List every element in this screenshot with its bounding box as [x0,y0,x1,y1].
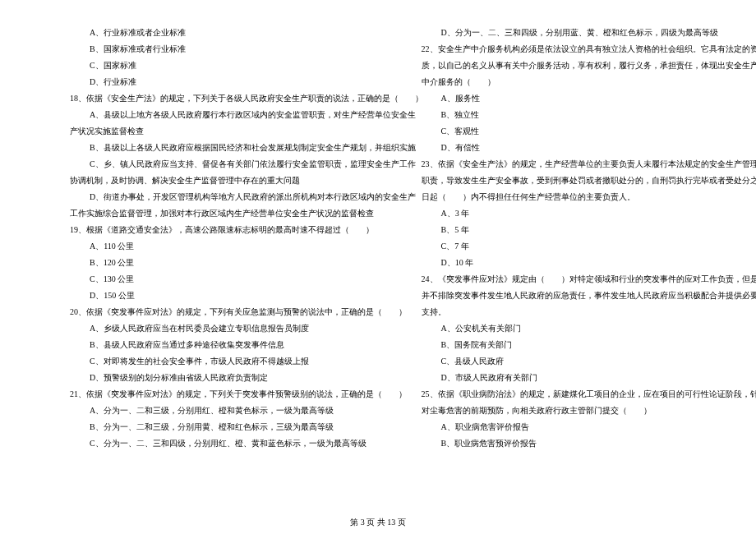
q22-stem-3: 中介服务的（ ） [422,74,744,90]
q18-opt-a2: 产状况实施监督检查 [70,123,393,139]
q21-stem: 21、依据《突发事件应对法》的规定，下列关于突发事件预警级别的说法，正确的是（ … [70,386,393,402]
q18-stem: 18、依据《安全生产法》的规定，下列关于各级人民政府安全生产职责的说法，正确的是… [70,90,393,106]
q19-opt-d: D、150 公里 [70,288,393,303]
q24-stem-1: 24、《突发事件应对法》规定由（ ）对特定领域和行业的突发事件的应对工作负责，但… [422,271,744,287]
q17-opt-c: C、国家标准 [70,58,393,73]
q22-stem-2: 质，以自己的名义从事有关中介服务活动，享有权利，履行义务，承担责任，体现出安全生… [422,58,744,73]
q24-opt-b: B、国务院有关部门 [422,337,744,352]
q23-opt-a: A、3 年 [422,205,744,221]
q20-opt-c: C、对即将发生的社会安全事件，市级人民政府不得越级上报 [70,353,393,369]
q24-stem-3: 支持。 [422,304,744,320]
q17-opt-b: B、国家标准或者行业标准 [70,41,393,57]
q19-opt-a: A、110 公里 [70,238,393,254]
q25-stem-2: 对尘毒危害的前期预防，向相关政府行政主管部门提交（ ） [422,403,744,418]
q21-opt-c: C、分为一、二、三和四级，分别用红、橙、黄和蓝色标示，一级为最高等级 [70,435,393,451]
q19-stem: 19、根据《道路交通安全法》，高速公路限速标志标明的最高时速不得超过（ ） [70,222,393,237]
q23-stem-2: 职责，导致发生生产安全事故，受到刑事处罚或者撤职处分的，自刑罚执行完毕或者受处分… [422,173,744,188]
q23-stem-1: 23、依据《安全生产法》的规定，生产经营单位的主要负责人未履行本法规定的安全生产… [422,156,744,172]
q22-opt-a: A、服务性 [422,90,744,106]
q20-opt-a: A、乡级人民政府应当在村民委员会建立专职信息报告员制度 [70,320,393,336]
q24-opt-a: A、公安机关有关部门 [422,320,744,336]
q18-opt-c2: 协调机制，及时协调、解决安全生产监督管理中存在的重大问题 [70,173,393,188]
q21-opt-a: A、分为一、二和三级，分别用红、橙和黄色标示，一级为最高等级 [70,403,393,418]
column-right: D、分为一、二、三和四级，分别用蓝、黄、橙和红色标示，四级为最高等级 22、安全… [422,25,744,513]
page-footer: 第 3 页 共 13 页 [0,514,756,530]
q22-opt-c: C、客观性 [422,123,744,139]
q24-opt-c: C、县级人民政府 [422,353,744,369]
q25-opt-b: B、职业病危害预评价报告 [422,435,744,451]
column-left: A、行业标准或者企业标准 B、国家标准或者行业标准 C、国家标准 D、行业标准 … [70,25,393,513]
q19-opt-b: B、120 公里 [70,255,393,270]
q18-opt-b: B、县级以上各级人民政府应根据国民经济和社会发展规划制定安全生产规划，并组织实施 [70,140,393,155]
q23-opt-b: B、5 年 [422,222,744,237]
q22-opt-b: B、独立性 [422,107,744,122]
q17-opt-d: D、行业标准 [70,74,393,90]
q17-opt-a: A、行业标准或者企业标准 [70,25,393,40]
q20-opt-d: D、预警级别的划分标准由省级人民政府负责制定 [70,370,393,385]
q22-stem-1: 22、安全生产中介服务机构必须是依法设立的具有独立法人资格的社会组织。它具有法定… [422,41,744,57]
q18-opt-c1: C、乡、镇人民政府应当支持、督促各有关部门依法履行安全监管职责，监理安全生产工作 [70,156,393,172]
q18-opt-d1: D、街道办事处，开发区管理机构等地方人民政府的派出所机构对本行政区域内的安全生产 [70,189,393,205]
q18-opt-a1: A、县级以上地方各级人民政府履行本行政区域内的安全监管职责，对生产经营单位安全生 [70,107,393,122]
q23-opt-d: D、10 年 [422,255,744,270]
q20-opt-b: B、县级人民政府应当通过多种途径收集突发事件信息 [70,337,393,352]
q24-stem-2: 并不排除突发事件发生地人民政府的应急责任，事件发生地人民政府应当积极配合并提供必… [422,288,744,303]
q22-opt-d: D、有偿性 [422,140,744,155]
q21-opt-d: D、分为一、二、三和四级，分别用蓝、黄、橙和红色标示，四级为最高等级 [422,25,744,40]
q18-opt-d2: 工作实施综合监督管理，加强对本行政区域内生产经营单位安全生产状况的监督检查 [70,205,393,221]
q23-opt-c: C、7 年 [422,238,744,254]
q25-opt-a: A、职业病危害评价报告 [422,419,744,435]
q23-stem-3: 日起（ ）内不得担任任何生产经营单位的主要负责人。 [422,189,744,205]
q19-opt-c: C、130 公里 [70,271,393,287]
q20-stem: 20、依据《突发事件应对法》的规定，下列有关应急监测与预警的说法中，正确的是（ … [70,304,393,320]
q25-stem-1: 25、依据《职业病防治法》的规定，新建煤化工项目的企业，应在项目的可行性论证阶段… [422,386,744,402]
q21-opt-b: B、分为一、二和三级，分别用黄、橙和红色标示，三级为最高等级 [70,419,393,435]
q24-opt-d: D、市级人民政府有关部门 [422,370,744,385]
